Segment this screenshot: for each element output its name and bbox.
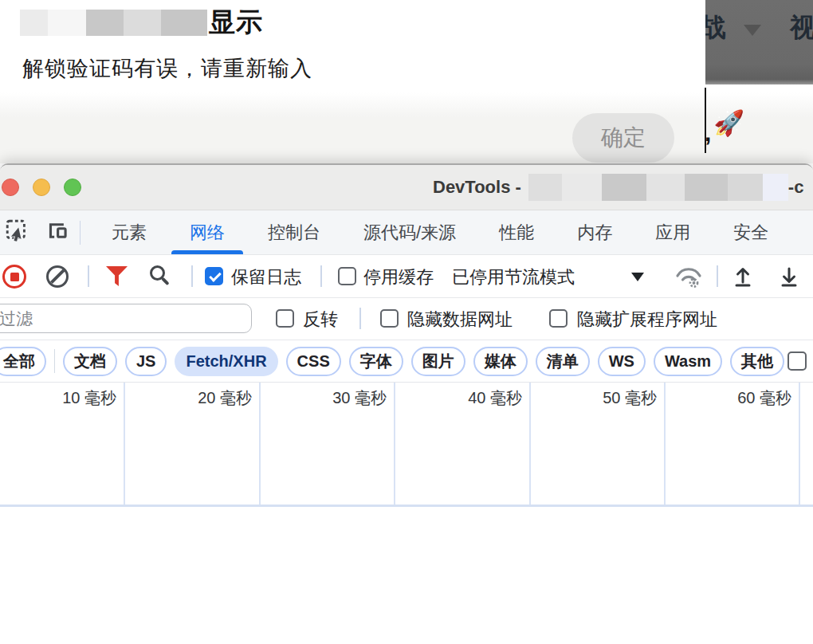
redacted-block — [728, 174, 763, 201]
timeline-tick: 60 毫秒 — [737, 387, 799, 409]
dialog-title-row: 显示 — [20, 5, 263, 41]
timeline-tick: 10 毫秒 — [62, 387, 124, 409]
chip-css[interactable]: CSS — [286, 347, 341, 376]
redacted-block — [86, 10, 124, 36]
redacted-block — [685, 174, 728, 201]
redacted-block — [646, 174, 685, 201]
chip-all[interactable]: 全部 — [0, 347, 46, 376]
chip-ws[interactable]: WS — [598, 347, 646, 376]
chip-divider — [54, 349, 55, 373]
tab-application[interactable]: 应用 — [634, 210, 712, 254]
timeline-gridline — [259, 383, 261, 505]
zoom-button[interactable] — [64, 179, 81, 196]
invert-label[interactable]: 反转 — [303, 308, 338, 332]
window-title-redaction — [528, 174, 788, 201]
site-header: 战 视 — [705, 0, 813, 84]
timeline-tick: 40 毫秒 — [468, 387, 529, 409]
toolbar-divider — [320, 265, 322, 287]
import-har-icon[interactable] — [732, 265, 754, 292]
hide-extension-urls-checkbox[interactable] — [549, 309, 568, 328]
chip-fetch-xhr[interactable]: Fetch/XHR — [175, 347, 277, 376]
tab-sources[interactable]: 源代码/来源 — [342, 210, 477, 254]
preserve-log-label[interactable]: 保留日志 — [231, 265, 301, 289]
minimize-button[interactable] — [33, 179, 50, 196]
site-header-right-label[interactable]: 视 — [790, 10, 813, 45]
chip-media[interactable]: 媒体 — [473, 347, 528, 376]
toolbar-divider — [88, 265, 89, 287]
timeline-gridline — [529, 383, 531, 505]
tab-elements[interactable]: 元素 — [90, 210, 168, 254]
window-title-prefix: DevTools - — [433, 177, 521, 198]
timeline-gridline — [799, 383, 800, 505]
preserve-log-checkbox[interactable] — [205, 267, 223, 285]
hide-data-urls-label[interactable]: 隐藏数据网址 — [407, 308, 513, 332]
redacted-block — [161, 10, 207, 36]
redacted-block — [20, 10, 48, 36]
chevron-down-icon[interactable] — [744, 25, 761, 36]
filter-funnel-icon[interactable] — [106, 266, 128, 286]
inspect-element-icon[interactable] — [6, 219, 29, 245]
export-har-icon[interactable] — [778, 265, 800, 292]
chip-img[interactable]: 图片 — [411, 347, 465, 376]
chip-doc[interactable]: 文档 — [63, 347, 117, 376]
search-icon[interactable] — [150, 265, 165, 281]
chip-js[interactable]: JS — [125, 347, 167, 376]
chip-other[interactable]: 其他 — [730, 347, 784, 376]
timeline-tick: 30 毫秒 — [332, 387, 394, 409]
tab-performance[interactable]: 性能 — [477, 210, 556, 254]
dialog-title: 显示 — [209, 5, 263, 41]
redacted-block — [602, 174, 646, 201]
page-gray-band — [0, 92, 813, 163]
blocked-cookies-checkbox[interactable] — [787, 351, 807, 371]
timeline-gridline — [394, 383, 395, 505]
redacted-block — [48, 10, 86, 36]
page-content-edge — [705, 88, 706, 153]
network-filter-row: 反转 隐藏数据网址 隐藏扩展程序网址 — [0, 298, 813, 340]
redacted-block — [763, 174, 788, 201]
disable-cache-checkbox[interactable] — [338, 267, 356, 285]
throttling-select[interactable]: 已停用节流模式 — [452, 265, 575, 289]
page-background: 显示 解锁验证码有误，请重新输入 确定 , 🚀 战 视 — [0, 0, 813, 163]
tab-security[interactable]: 安全 — [712, 210, 790, 254]
filter-input[interactable] — [0, 304, 252, 333]
page-decorations: , 🚀 — [705, 108, 744, 147]
disable-cache-label[interactable]: 停用缓存 — [363, 265, 434, 289]
toolbar-divider — [80, 221, 81, 245]
window-title: DevTools - -c — [433, 165, 803, 210]
toolbar-divider — [191, 265, 193, 287]
toolbar-divider — [717, 265, 718, 287]
tab-console[interactable]: 控制台 — [246, 210, 342, 254]
chip-wasm[interactable]: Wasm — [654, 347, 722, 376]
confirm-button[interactable]: 确定 — [572, 113, 674, 163]
timeline-bottom-border — [0, 505, 813, 507]
close-button[interactable] — [2, 179, 19, 196]
record-icon[interactable] — [2, 265, 26, 289]
network-toolbar: 保留日志 停用缓存 已停用节流模式 — [0, 255, 813, 298]
devtools-tabbar: 元素 网络 控制台 源代码/来源 性能 内存 应用 安全 — [0, 210, 813, 255]
request-type-filter-row: 全部 文档 JS Fetch/XHR CSS 字体 图片 媒体 清单 WS Wa… — [0, 340, 813, 383]
timeline-tick: 20 毫秒 — [198, 387, 259, 409]
device-toolbar-icon[interactable] — [45, 219, 69, 245]
devtools-titlebar: DevTools - -c — [0, 165, 813, 210]
invert-checkbox[interactable] — [276, 309, 294, 328]
hide-extension-urls-label[interactable]: 隐藏扩展程序网址 — [577, 308, 717, 332]
network-timeline-overview[interactable]: 10 毫秒 20 毫秒 30 毫秒 40 毫秒 50 毫秒 60 毫秒 — [0, 383, 813, 509]
timeline-tick: 50 毫秒 — [603, 387, 664, 409]
tab-network[interactable]: 网络 — [168, 210, 246, 254]
rocket-emoji-icon: 🚀 — [713, 108, 744, 138]
chip-manifest[interactable]: 清单 — [536, 347, 590, 376]
chip-font[interactable]: 字体 — [349, 347, 403, 376]
redacted-block — [528, 174, 562, 201]
redacted-block — [562, 174, 602, 201]
chevron-down-icon[interactable] — [631, 273, 644, 281]
devtools-window: DevTools - -c — [0, 163, 813, 644]
clear-icon[interactable] — [46, 265, 69, 288]
network-conditions-icon[interactable] — [674, 265, 703, 292]
timeline-gridline — [664, 383, 666, 505]
toolbar-divider — [359, 308, 361, 329]
hide-data-urls-checkbox[interactable] — [380, 309, 399, 328]
site-header-left-label[interactable]: 战 — [705, 10, 726, 45]
window-title-suffix: -c — [788, 177, 804, 198]
tab-memory[interactable]: 内存 — [556, 210, 634, 254]
panel-tabs: 元素 网络 控制台 源代码/来源 性能 内存 应用 安全 — [90, 210, 790, 254]
